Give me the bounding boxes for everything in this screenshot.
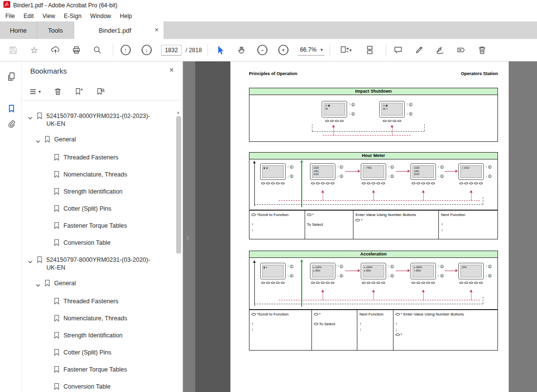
panel-buttons [459,282,483,284]
menu-view[interactable]: View [38,13,60,20]
bookmark-item[interactable]: Cotter (Split) Pins [21,201,176,218]
connector-arrow [372,290,375,292]
sign-button[interactable] [434,42,447,58]
bookmark-item[interactable]: General [21,275,176,294]
bookmark-item[interactable]: Nomenclature, Threads [21,311,176,328]
menu-edit[interactable]: Edit [19,13,38,20]
left-rail [0,61,21,392]
tab-tools[interactable]: Tools [37,21,74,39]
page-display-dropdown[interactable]: ▾ [336,42,355,58]
close-icon[interactable]: × [155,26,159,34]
step-badge: 3 [340,175,343,178]
bookmark-icon [54,188,60,197]
trash-button[interactable] [476,42,489,58]
bookmark-item[interactable]: Fastener Torque Tables [21,362,176,379]
display-screen: 232514512010 [312,165,333,178]
hand-tool-button[interactable] [235,42,248,58]
bookmark-icon [54,366,60,375]
highlight-button[interactable] [413,42,426,58]
print-button[interactable] [70,42,83,58]
chevron-down-icon[interactable] [36,137,41,146]
share-button[interactable] [49,42,62,58]
favorites-star-button[interactable]: ☆ [28,42,41,58]
bookmark-item[interactable]: Conversion Table [21,379,176,392]
bookmark-item[interactable]: Threaded Fasteners [21,150,176,167]
bookmark-item[interactable]: 524150797-8000YRM0231-(02-2023)-UK-EN [21,108,176,132]
panel-buttons [459,182,483,184]
display-panel: ▸ 100%× 85% ↑2 ↓3 [411,263,446,290]
scroll-button-icon [251,214,256,216]
connector [333,127,334,135]
display-screen: ▮ ≡ [262,265,284,277]
plus-icon: + [279,45,288,55]
tab-document[interactable]: Binder1.pdf × [74,21,164,39]
scroll-up-icon[interactable]: ▲ [176,110,180,115]
display-panel: ▮ ▤ ↑2 ↓3 [260,163,295,191]
attachments-button[interactable] [6,119,17,130]
marquee-zoom-button[interactable] [91,42,103,58]
menu-window[interactable]: Window [86,13,116,20]
chevron-down-icon[interactable] [36,281,41,290]
panel-scrollbar-thumb[interactable] [176,116,181,254]
save-button[interactable] [7,42,20,58]
comment-button[interactable] [392,42,405,58]
options-menu-button[interactable]: ▾ [29,88,41,95]
panel-arrows: ↑2 ↓3 [287,263,293,279]
page-number-input[interactable]: 1832 [161,45,182,56]
bookmark-item[interactable]: 524150797-8000YRM0231-(03-2020)-UK-EN [21,252,176,275]
connector [471,193,472,200]
next-page-button[interactable]: ↓ [140,42,153,58]
bookmark-item[interactable]: Strength Identification [21,328,176,345]
select-tool-button[interactable] [214,42,227,58]
page-thumbnails-button[interactable] [6,71,17,82]
hour-meter-table: *Scroll to Function ↑ ↓ * To Select Ente… [249,210,498,239]
stamp-button[interactable] [455,42,468,58]
pdf-page: Principles of Operation Operators Statio… [230,61,509,392]
caret-down-icon: ▾ [320,47,323,52]
panel-buttons [380,120,404,122]
bookmark-item[interactable]: General [21,132,176,150]
bookmark-item[interactable]: Cotter (Split) Pins [21,345,176,362]
menu-file[interactable]: File [1,13,19,20]
step-badge: 2 [290,165,293,169]
green-up-arrow-icon: ↑ [337,264,339,269]
display-screen: ▸ 100%▸ 85% [312,265,333,277]
bookmark-item[interactable]: Conversion Table [21,235,176,252]
display-panel: 232514512010 ↑2 ↓3 [411,163,446,191]
zoom-in-button[interactable]: + [277,42,289,58]
step-badge: 3 [391,274,394,277]
menu-esign[interactable]: E-Sign [60,13,86,20]
bookmark-item[interactable]: Strength Identification [21,184,176,201]
panel-buttons [411,282,435,284]
toolbar-divider [207,44,208,57]
close-panel-button[interactable]: × [169,66,174,75]
green-up-arrow-icon: ↑ [437,165,440,169]
zoom-level-dropdown[interactable]: 66.7% ▾ [298,45,325,56]
panel-arrows: ↑2 ↓3 [337,263,343,279]
bookmark-icon [54,222,60,231]
connector [423,193,424,200]
enter-button-icon [395,313,400,315]
chevron-down-icon[interactable] [28,114,34,122]
connector [312,131,424,132]
menu-help[interactable]: Help [116,13,137,20]
scroll-mode-button[interactable] [364,42,376,58]
bookmark-item[interactable]: Nomenclature, Threads [21,167,176,184]
chevron-down-icon[interactable] [28,257,34,266]
bookmarks-button[interactable] [6,103,17,114]
connector [254,163,255,206]
connector-arrow [470,290,473,292]
table-cell: Next Function ↑ ↓ [357,310,393,350]
bookmark-item[interactable]: Fastener Torque Tables [21,218,176,235]
connector-arrow [358,269,360,272]
document-area[interactable]: Principles of Operation Operators Statio… [183,61,537,392]
collapse-panel-handle[interactable] [186,235,189,241]
connector [279,300,480,300]
new-bookmark-button[interactable] [75,87,83,96]
previous-page-button[interactable]: ↑ [119,42,132,58]
delete-bookmark-button[interactable] [54,87,62,96]
zoom-out-button[interactable]: − [256,42,268,58]
expand-current-bookmark-button[interactable] [96,87,105,96]
tab-home[interactable]: Home [0,21,37,39]
bookmark-item[interactable]: Threaded Fasteners [21,294,176,311]
